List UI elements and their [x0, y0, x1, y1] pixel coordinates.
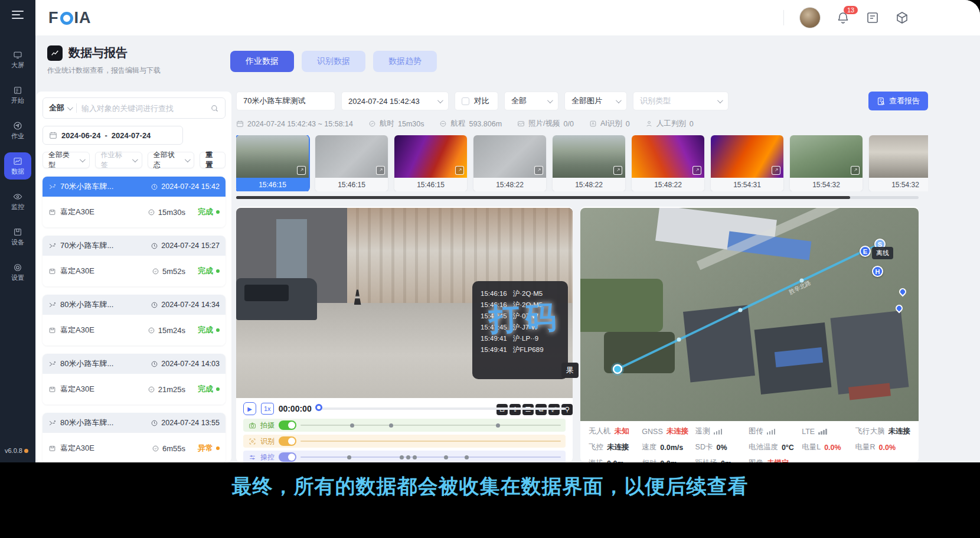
thumbnail[interactable]: 15:48:22 — [632, 135, 704, 191]
chevron-down-icon — [67, 105, 73, 110]
reset-button[interactable]: 重置 — [200, 152, 226, 168]
search-icon[interactable] — [210, 104, 219, 113]
thumbnail-scroll-track[interactable] — [236, 196, 919, 199]
track-label: 操控 — [260, 452, 275, 462]
scope-select[interactable]: 全部 — [504, 92, 558, 110]
job-device: 嘉定A30E — [60, 325, 94, 335]
job-list: 70米小路车牌... 2024-07-24 15:42 嘉定A30E 15m30… — [43, 177, 226, 462]
expand-icon[interactable] — [692, 166, 701, 175]
sidebar-item-monitor[interactable]: 监控 — [4, 188, 31, 215]
thumbnail[interactable]: 15:54:32 — [869, 135, 928, 191]
expand-icon[interactable] — [297, 166, 306, 175]
chevron-down-icon — [547, 97, 553, 103]
play-button[interactable]: ▶ — [243, 402, 256, 415]
job-duration: 15m30s — [158, 208, 185, 217]
date-range-picker[interactable]: 2024-06-24 - 2024-07-24 — [43, 126, 183, 145]
app-window: 大屏 开始 作业 数据 监控 设备 — [0, 0, 980, 462]
controls-icon — [249, 454, 256, 461]
seek-bar[interactable] — [316, 407, 566, 410]
thumbnail-scrollbar[interactable] — [236, 196, 850, 199]
job-name-field[interactable]: 70米小路车牌测试 — [236, 92, 335, 110]
page-title: 数据与报告 — [68, 45, 128, 61]
job-card[interactable]: 80米小路车牌... 2024-07-24 14:34 嘉定A30E 15m24… — [43, 295, 226, 345]
status-select[interactable]: 全部状态 — [148, 152, 195, 168]
thumbnail[interactable]: 15:46:15 — [394, 135, 467, 191]
expand-icon[interactable] — [534, 166, 543, 175]
sidebar-item-label: 开始 — [11, 96, 24, 105]
sidebar-item-settings[interactable]: 设置 — [4, 259, 31, 286]
detection-row: 15:46:16沪·2Q·M5 — [481, 288, 568, 299]
expand-icon[interactable] — [613, 166, 622, 175]
thumbnail[interactable]: 15:54:31 — [711, 135, 783, 191]
flight-path — [580, 208, 919, 421]
sidebar: 大屏 开始 作业 数据 监控 设备 — [0, 0, 35, 462]
recognition-type-select[interactable]: 识别类型 — [633, 92, 729, 110]
job-name: 80米小路车牌... — [60, 418, 113, 428]
sidebar-item-start[interactable]: 开始 — [4, 81, 31, 109]
search-scope-select[interactable]: 全部 — [49, 103, 71, 113]
control-toggle[interactable] — [279, 452, 296, 462]
notifications-button[interactable]: 13 — [836, 11, 850, 25]
flight-summary: 2024-07-24 15:42:43 ~ 15:58:14 航时15m30s … — [236, 119, 928, 129]
tab-recognition-data[interactable]: 识别数据 — [302, 51, 365, 72]
tab-data-trends[interactable]: 数据趋势 — [373, 51, 437, 72]
job-list-panel: 全部 2024-06-24 - 2024-07-24 全部类型 作业标签 全部状… — [37, 92, 231, 462]
map-marker-home[interactable]: H — [872, 266, 883, 277]
job-card[interactable]: 80米小路车牌... 2024-07-24 13:55 嘉定A30E 6m55s… — [43, 413, 226, 462]
thumbnail[interactable]: 15:46:15 — [315, 135, 388, 191]
view-report-button[interactable]: 查看报告 — [868, 92, 928, 110]
search-box: 全部 — [43, 97, 226, 119]
expand-icon[interactable] — [772, 166, 780, 175]
clock-icon — [151, 360, 158, 368]
type-select[interactable]: 全部类型 — [43, 152, 90, 168]
divider — [76, 103, 77, 113]
airtime-icon — [368, 120, 376, 128]
sidebar-item-missions[interactable]: 作业 — [4, 117, 31, 144]
compare-checkbox[interactable]: 对比 — [455, 92, 498, 110]
sidebar-item-bigscreen[interactable]: 大屏 — [4, 46, 31, 73]
scan-icon — [249, 438, 256, 445]
expand-icon[interactable] — [376, 166, 385, 175]
hamburger-menu-icon[interactable] — [12, 11, 24, 19]
sidebar-item-devices[interactable]: 设备 — [4, 223, 31, 250]
recognition-toggle[interactable] — [279, 436, 296, 446]
seek-handle[interactable] — [315, 404, 322, 411]
control-track[interactable] — [300, 457, 561, 458]
avatar[interactable] — [799, 7, 821, 28]
photo-video-icon — [517, 120, 525, 128]
expand-icon[interactable] — [851, 166, 860, 175]
flight-map[interactable]: 胜辛北路 E S H 离线 — [580, 208, 919, 421]
data-tabs: 作业数据 识别数据 数据趋势 — [230, 51, 437, 72]
sidebar-item-data[interactable]: 数据 — [4, 152, 31, 180]
chevron-down-icon — [185, 156, 191, 162]
thumbnail[interactable]: 15:54:32 — [790, 135, 863, 191]
apps-button[interactable] — [895, 11, 909, 25]
expand-icon[interactable] — [455, 166, 464, 175]
track-row-recognition: 识别 — [243, 435, 566, 448]
telemetry-cell: SD卡0% — [695, 442, 749, 452]
tag-select[interactable]: 作业标签 — [95, 152, 142, 168]
telemetry-grid: 无人机未知 GNSS未连接 遥测 图传 LTE 飞行大脑未连接 飞控未连接 速度… — [589, 426, 910, 462]
playback-controls: ▶ 1x 00:00:00 拍摄 识别 操控 — [243, 402, 566, 462]
job-time: 2024-07-24 15:27 — [161, 242, 220, 250]
tab-job-data[interactable]: 作业数据 — [230, 51, 294, 72]
documents-button[interactable] — [865, 11, 880, 25]
job-card[interactable]: 70米小路车牌... 2024-07-24 15:42 嘉定A30E 15m30… — [43, 177, 226, 227]
capture-track[interactable] — [300, 425, 561, 426]
thumbnail[interactable]: 15:48:22 — [553, 135, 625, 191]
flight-time-select[interactable]: 2024-07-24 15:42:43 — [341, 92, 449, 110]
recognition-track[interactable] — [300, 441, 561, 442]
thumbnail[interactable]: 15:48:22 — [473, 135, 546, 191]
search-input[interactable] — [81, 104, 205, 113]
media-select[interactable]: 全部图片 — [564, 92, 627, 110]
capture-toggle[interactable] — [279, 420, 296, 430]
sidebar-item-label: 作业 — [11, 132, 24, 141]
route-icon — [439, 120, 447, 128]
job-card[interactable]: 70米小路车牌... 2024-07-24 15:27 嘉定A30E 5m52s… — [43, 236, 226, 286]
job-card[interactable]: 80米小路车牌... 2024-07-24 14:03 嘉定A30E 21m25… — [43, 354, 226, 405]
header-divider — [783, 10, 784, 25]
speed-button[interactable]: 1x — [261, 403, 274, 415]
thumbnail-strip: 15:46:15 15:46:15 15:46:15 15:48:22 15:4… — [236, 135, 928, 191]
thumbnail[interactable]: 15:46:15 — [236, 135, 309, 191]
map-marker-end[interactable]: E — [860, 246, 871, 257]
